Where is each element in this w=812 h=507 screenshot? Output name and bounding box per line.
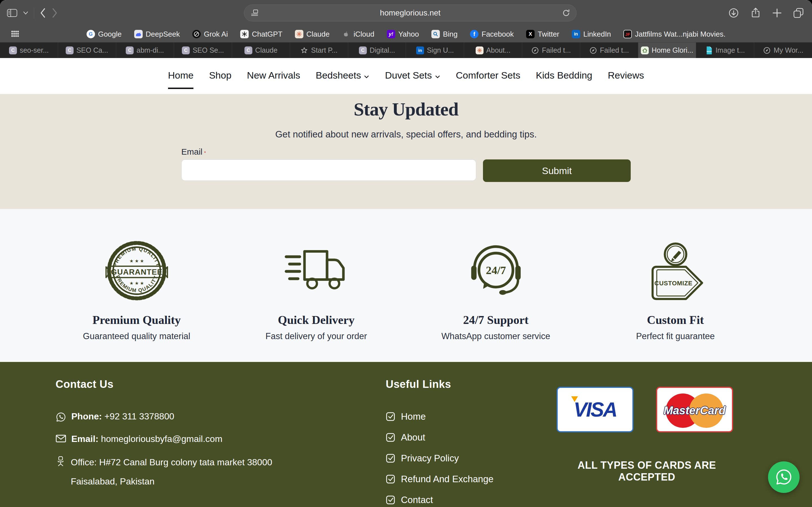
sidebar-chevron-button[interactable]: [23, 11, 28, 15]
tab-failed-2[interactable]: Failed t...: [580, 43, 638, 58]
delivery-truck-icon: [243, 239, 390, 302]
feature-support: 24/7 24/7 Support WhatsApp customer serv…: [423, 239, 569, 362]
chevron-down-icon: [364, 70, 369, 81]
bookmark-twitter[interactable]: X Twitter: [526, 30, 559, 39]
tab-my-wor[interactable]: My Wor...: [754, 43, 812, 58]
footer-link-refund[interactable]: Refund And Exchange: [386, 474, 493, 485]
bookmark-chatgpt[interactable]: ChatGPT: [240, 30, 282, 39]
claude-spark-icon: [295, 30, 303, 38]
claude-favicon: C: [359, 47, 367, 54]
share-button[interactable]: [749, 7, 762, 19]
grok-icon: [192, 30, 201, 38]
forward-button[interactable]: [52, 8, 58, 18]
downloads-button[interactable]: [727, 7, 740, 19]
toolbar-right-group: [727, 0, 805, 26]
linkedin-icon: in: [572, 30, 580, 38]
features-section: PREMIUM QUALITY PREMIUM QUALITY ★ ★ ★ GU…: [0, 209, 812, 362]
grid-icon: [11, 30, 20, 38]
nav-comforter-sets[interactable]: Comforter Sets: [456, 70, 520, 89]
svg-text:★ ★ ★: ★ ★ ★: [130, 259, 144, 263]
footer-link-contact[interactable]: Contact: [386, 495, 493, 505]
bookmark-yahoo[interactable]: y! Yahoo: [387, 30, 419, 39]
tab-digital[interactable]: C Digital...: [348, 43, 406, 58]
svg-text:★ ★ ★: ★ ★ ★: [130, 281, 144, 286]
tab-overview-icon: [792, 7, 805, 19]
svg-text:24/7: 24/7: [486, 264, 506, 277]
bookmark-jattfilms[interactable]: JF Jattfilms Wat...njabi Movies.: [623, 30, 725, 39]
homeglorious-favicon: [641, 47, 649, 54]
checkbox-check-icon: [386, 453, 395, 463]
svg-text:CUSTOMIZE: CUSTOMIZE: [654, 280, 693, 287]
tab-failed-1[interactable]: Failed t...: [522, 43, 580, 58]
contact-office-row: Office: H#72 Canal Burg colony tata mark…: [56, 455, 272, 469]
forward-arrow-icon: [52, 8, 58, 18]
submit-button[interactable]: Submit: [483, 159, 631, 182]
bookmark-google[interactable]: G Google: [87, 30, 122, 39]
bookmark-grok[interactable]: Grok Ai: [192, 30, 228, 39]
tab-seo-se[interactable]: C SEO Se...: [174, 43, 232, 58]
share-icon: [749, 7, 762, 19]
address-bar[interactable]: homeglorious.net: [244, 4, 576, 21]
email-label: Email*: [181, 147, 631, 157]
nav-duvet-sets[interactable]: Duvet Sets: [385, 70, 440, 89]
newsletter-subtitle: Get notified about new arrivals, special…: [0, 129, 812, 140]
reload-icon: [562, 8, 571, 17]
claude-favicon: C: [9, 47, 17, 54]
browser-chrome: homeglorious.net: [0, 0, 812, 58]
contact-office-line2: Faisalabad, Pakistan: [71, 476, 272, 487]
sidebar-toggle-button[interactable]: [7, 8, 17, 17]
download-icon: [727, 7, 740, 19]
bookmark-facebook[interactable]: f Facebook: [470, 30, 514, 39]
tab-image-t[interactable]: WEBP Image t...: [696, 43, 754, 58]
bookmark-linkedin[interactable]: in LinkedIn: [572, 30, 611, 39]
tab-seo-ser[interactable]: C seo-ser...: [0, 43, 58, 58]
visa-card-logo: VISA: [557, 387, 633, 432]
nav-new-arrivals[interactable]: New Arrivals: [247, 70, 300, 89]
required-asterisk: *: [204, 151, 206, 156]
bookmark-icloud[interactable]: iCloud: [342, 30, 374, 39]
bing-search-icon: [432, 30, 440, 38]
tab-home-glorious[interactable]: Home Glori...: [638, 43, 696, 58]
claude-favicon: C: [66, 47, 73, 54]
nav-bedsheets[interactable]: Bedsheets: [316, 70, 370, 89]
new-tab-button[interactable]: [771, 7, 783, 18]
visa-orange-notch: [571, 396, 578, 402]
browser-window: homeglorious.net: [0, 0, 812, 507]
claude-favicon: C: [245, 47, 252, 54]
toolbar-divider: [34, 7, 34, 18]
whatsapp-icon: [775, 468, 793, 486]
tab-overview-button[interactable]: [792, 7, 805, 19]
tab-about[interactable]: About...: [464, 43, 522, 58]
tab-start-p[interactable]: Start P...: [290, 43, 348, 58]
claude-favicon: C: [126, 47, 134, 54]
nav-home[interactable]: Home: [168, 70, 194, 89]
contact-email-row: Email: homegloriousbyfa@gmail.com: [56, 434, 272, 444]
bookmark-claude[interactable]: Claude: [295, 30, 329, 39]
feature-title: Premium Quality: [63, 313, 210, 327]
webpage: Home Shop New Arrivals Bedsheets Duvet S…: [0, 58, 812, 507]
google-icon: G: [87, 30, 95, 38]
footer-link-about[interactable]: About: [386, 432, 493, 443]
nav-kids-bedding[interactable]: Kids Bedding: [536, 70, 592, 89]
tab-claude[interactable]: C Claude: [232, 43, 290, 58]
email-input[interactable]: [181, 159, 476, 181]
toolbar-left-group: [7, 0, 58, 26]
reload-button[interactable]: [562, 8, 571, 17]
tab-sign-u[interactable]: in Sign U...: [406, 43, 464, 58]
jattfilms-icon: JF: [623, 30, 632, 38]
x-twitter-icon: X: [526, 30, 535, 38]
whatsapp-fab[interactable]: [768, 461, 800, 493]
tab-abm-di[interactable]: C abm-di...: [116, 43, 174, 58]
nav-shop[interactable]: Shop: [209, 70, 231, 89]
tab-bar: C seo-ser... C SEO Ca... C abm-di... C S…: [0, 42, 812, 58]
footer-link-home[interactable]: Home: [386, 411, 493, 422]
favorites-grid-button[interactable]: [11, 30, 20, 38]
url-text: homeglorious.net: [244, 8, 576, 17]
bookmark-deepseek[interactable]: DeepSeek: [134, 30, 180, 39]
claude-spark-favicon: [476, 47, 484, 54]
nav-reviews[interactable]: Reviews: [608, 70, 644, 89]
tab-seo-ca[interactable]: C SEO Ca...: [58, 43, 116, 58]
bookmark-bing[interactable]: Bing: [432, 30, 458, 39]
footer-link-privacy-policy[interactable]: Privacy Policy: [386, 453, 493, 464]
back-button[interactable]: [40, 8, 46, 18]
